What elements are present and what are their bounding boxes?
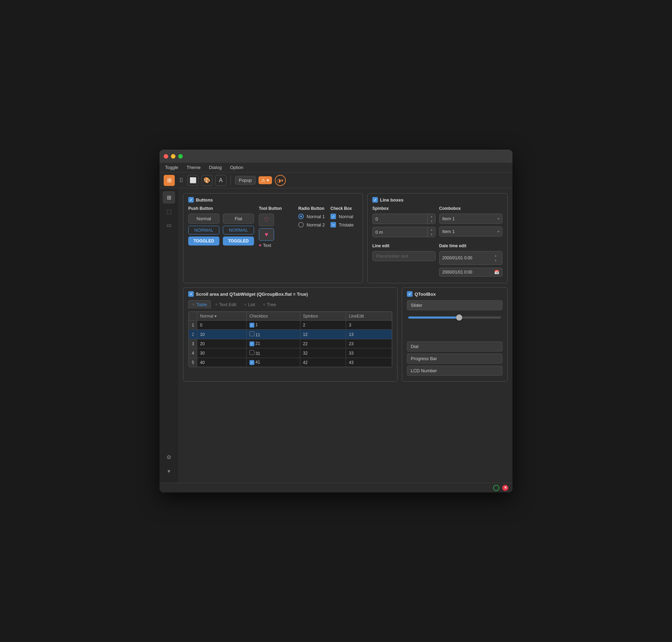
th-normal[interactable]: Normal ▾ bbox=[197, 312, 247, 321]
push-btn-flat-outlined[interactable]: NORMAL bbox=[223, 226, 254, 234]
push-btn-toggled[interactable]: TOGGLED bbox=[188, 237, 219, 246]
menu-theme[interactable]: Theme bbox=[185, 164, 202, 171]
alert-button[interactable]: ⚠ ▾ bbox=[258, 176, 272, 184]
buttons-checkbox[interactable]: ✓ bbox=[188, 197, 194, 203]
cell-checkbox-4[interactable]: 31 bbox=[246, 348, 300, 358]
cell-checkbox-2[interactable]: 11 bbox=[246, 330, 300, 339]
radio-normal2[interactable]: Normal 2 bbox=[298, 222, 326, 228]
close-button[interactable] bbox=[164, 154, 168, 159]
scroll-checkbox[interactable]: ✓ bbox=[188, 291, 194, 297]
datetime-up-1[interactable]: ▴ bbox=[492, 253, 499, 258]
tab-table[interactable]: ✕ Table bbox=[188, 300, 211, 309]
toolbox-lcd[interactable]: LCD Number bbox=[407, 366, 502, 376]
slider-thumb[interactable] bbox=[456, 314, 462, 321]
tab-close-table[interactable]: ✕ bbox=[192, 303, 195, 306]
menu-option[interactable]: Option bbox=[229, 164, 245, 171]
toolbox-group: ✓ QToolBox Slider Dial bbox=[402, 287, 508, 382]
menu-toggle[interactable]: Toggle bbox=[164, 164, 180, 171]
combobox-2[interactable]: Item 1 ▾ bbox=[439, 226, 502, 237]
toolbar: ⊞ ⠿ ⬜ 🎨 A Popup ⚠ ▾ ◑▾ bbox=[160, 172, 512, 188]
spinbox-2[interactable]: 0 m ▴ ▾ bbox=[372, 227, 436, 237]
toolbox-checkbox[interactable]: ✓ bbox=[407, 291, 412, 297]
palette-icon[interactable]: 🎨 bbox=[201, 175, 212, 186]
checkbox-empty-4[interactable] bbox=[249, 350, 254, 355]
tool-btn-heart[interactable]: ♡ bbox=[259, 214, 274, 226]
cell-checkbox-1[interactable]: ✓ 1 bbox=[246, 321, 300, 330]
tab-textedit[interactable]: ✕ Text Edit bbox=[211, 300, 240, 309]
tab-close-tree[interactable]: ✕ bbox=[263, 303, 265, 306]
push-btn-normal-outlined[interactable]: NORMAL bbox=[188, 226, 219, 234]
radio-button-title: Radio Button bbox=[298, 206, 326, 211]
table-row-3[interactable]: 3 20 ✓ 21 22 23 bbox=[189, 339, 392, 348]
col-normal: Normal ▾ bbox=[200, 314, 244, 319]
toolbox-spacer bbox=[407, 324, 502, 341]
tool-btn-text[interactable]: ♥ Text bbox=[259, 243, 293, 248]
push-btn-normal[interactable]: Normal bbox=[188, 214, 219, 224]
radio-normal1[interactable]: Normal 1 bbox=[298, 214, 326, 219]
cell-checkbox-5[interactable]: ✓ 41 bbox=[246, 358, 300, 367]
cb-normal[interactable]: ✓ Normal bbox=[330, 214, 358, 219]
toolbox-slider[interactable]: Slider bbox=[407, 300, 502, 310]
checkbox-empty-2[interactable] bbox=[249, 331, 254, 336]
sidebar-icon-grid[interactable]: ⊞ bbox=[163, 191, 175, 204]
popup-button[interactable]: Popup bbox=[235, 176, 256, 185]
checkbox-checked-5[interactable]: ✓ bbox=[249, 360, 254, 365]
table-row-4[interactable]: 4 30 31 32 33 bbox=[189, 348, 392, 358]
th-checkbox[interactable]: Checkbox bbox=[246, 312, 300, 321]
table-row[interactable]: 1 0 ✓ 1 2 3 bbox=[189, 321, 392, 330]
spin-down-1[interactable]: ▾ bbox=[428, 219, 435, 224]
lineboxes-checkbox[interactable]: ✓ bbox=[372, 197, 378, 203]
cb-tristate-icon: − bbox=[330, 222, 336, 228]
datetime-1[interactable]: 2000/01/01 0:00 ▴ ▾ bbox=[439, 251, 502, 265]
th-spinbox[interactable]: Spinbox bbox=[300, 312, 346, 321]
sidebar-icon-layout[interactable]: ⬚ bbox=[163, 205, 175, 217]
tab-tree[interactable]: ✕ Tree bbox=[259, 300, 279, 309]
spin-up-1[interactable]: ▴ bbox=[428, 214, 435, 219]
cell-spinbox-5: 42 bbox=[300, 358, 346, 367]
lineboxes-title: ✓ Line boxes bbox=[372, 197, 502, 203]
spin-down-2[interactable]: ▾ bbox=[428, 232, 435, 237]
toolbox-dial[interactable]: Dial bbox=[407, 341, 502, 351]
settings-icon[interactable]: ⚙ bbox=[163, 451, 175, 463]
cell-checkbox-3[interactable]: ✓ 21 bbox=[246, 339, 300, 348]
th-lineedit[interactable]: LineEdit bbox=[346, 312, 392, 321]
radio-dot-1 bbox=[300, 215, 302, 217]
toolbox-progressbar[interactable]: Progress Bar bbox=[407, 354, 502, 364]
half-circle-button[interactable]: ◑▾ bbox=[275, 175, 286, 186]
combobox-1[interactable]: Item 1 ▾ bbox=[439, 214, 502, 224]
checkbox-checked-1[interactable]: ✓ bbox=[249, 323, 254, 328]
lineedit-input[interactable]: Placeholder text bbox=[372, 251, 436, 261]
tab-list[interactable]: ✕ List bbox=[240, 300, 258, 309]
folder-icon[interactable]: ⬜ bbox=[188, 175, 199, 186]
push-btn-row3: TOGGLED TOGGLED bbox=[188, 237, 254, 246]
datetime-down-1[interactable]: ▾ bbox=[492, 258, 499, 263]
maximize-button[interactable] bbox=[178, 154, 183, 159]
push-btn-toggled-flat[interactable]: TOGGLED bbox=[223, 237, 254, 246]
table-row-selected[interactable]: 2 10 11 12 13 bbox=[189, 330, 392, 339]
row-num-3: 3 bbox=[189, 339, 197, 348]
checkbox-checked-3[interactable]: ✓ bbox=[249, 341, 254, 346]
tool-btn-heart-active[interactable]: ♥ bbox=[259, 228, 274, 241]
font-icon[interactable]: A bbox=[215, 175, 226, 186]
tab-close-textedit[interactable]: ✕ bbox=[215, 303, 218, 306]
datetime-2[interactable]: 2000/01/01 0:00 📅 bbox=[439, 268, 502, 277]
push-btn-flat[interactable]: Flat bbox=[223, 214, 254, 224]
spin-up-2[interactable]: ▴ bbox=[428, 227, 435, 232]
app-icon[interactable]: ⊞ bbox=[164, 175, 175, 186]
cb-tristate[interactable]: − Tristate bbox=[330, 222, 358, 228]
minimize-button[interactable] bbox=[171, 154, 175, 159]
chevron-down-icon[interactable]: ▾ bbox=[163, 465, 175, 477]
datetime-title: Date time edit bbox=[439, 243, 502, 248]
menu-dialog[interactable]: Dialog bbox=[208, 164, 223, 171]
radio-circle-2 bbox=[298, 222, 304, 228]
cell-spinbox-4: 32 bbox=[300, 348, 346, 358]
table-container: Normal ▾ Checkbox Spinbox LineEdit bbox=[188, 311, 392, 367]
sidebar-icon-box[interactable]: ▭ bbox=[163, 219, 175, 231]
table-row-5[interactable]: 5 40 ✓ 41 42 43 bbox=[189, 358, 392, 367]
buttons-group-title: ✓ Buttons bbox=[188, 197, 358, 203]
lineedit-placeholder: Placeholder text bbox=[376, 253, 408, 259]
cb-checked-icon: ✓ bbox=[330, 214, 336, 219]
grid-icon[interactable]: ⠿ bbox=[178, 175, 185, 186]
spinbox-1[interactable]: 0 ▴ ▾ bbox=[372, 214, 436, 224]
tab-close-list[interactable]: ✕ bbox=[244, 303, 247, 306]
